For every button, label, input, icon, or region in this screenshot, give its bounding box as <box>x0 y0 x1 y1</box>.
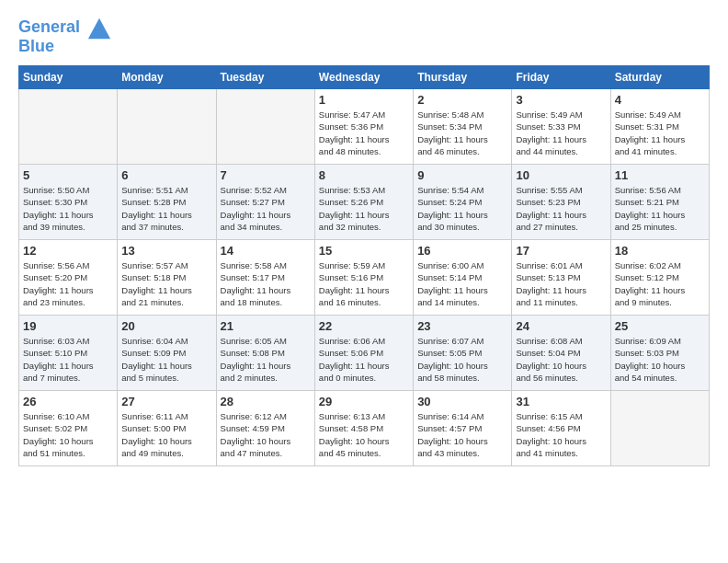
svg-marker-0 <box>88 18 110 39</box>
calendar-cell: 26Sunrise: 6:10 AM Sunset: 5:02 PM Dayli… <box>19 391 118 466</box>
day-info: Sunrise: 6:12 AM Sunset: 4:59 PM Dayligh… <box>221 410 311 459</box>
day-info: Sunrise: 6:10 AM Sunset: 5:02 PM Dayligh… <box>23 410 113 459</box>
weekday-header-thursday: Thursday <box>414 66 512 89</box>
day-info: Sunrise: 5:53 AM Sunset: 5:26 PM Dayligh… <box>319 184 409 233</box>
weekday-header-sunday: Sunday <box>19 66 118 89</box>
calendar-cell: 13Sunrise: 5:57 AM Sunset: 5:18 PM Dayli… <box>118 240 216 316</box>
calendar-cell: 22Sunrise: 6:06 AM Sunset: 5:06 PM Dayli… <box>314 316 413 391</box>
weekday-header-tuesday: Tuesday <box>216 66 314 89</box>
day-info: Sunrise: 6:06 AM Sunset: 5:06 PM Dayligh… <box>319 335 409 384</box>
calendar-cell: 29Sunrise: 6:13 AM Sunset: 4:58 PM Dayli… <box>314 391 413 466</box>
day-number: 5 <box>23 168 113 182</box>
calendar-cell: 14Sunrise: 5:58 AM Sunset: 5:17 PM Dayli… <box>216 240 314 316</box>
calendar-cell <box>19 89 118 165</box>
calendar-cell: 16Sunrise: 6:00 AM Sunset: 5:14 PM Dayli… <box>414 240 512 316</box>
day-number: 2 <box>417 93 507 107</box>
weekday-header-saturday: Saturday <box>610 66 709 89</box>
calendar-cell: 30Sunrise: 6:14 AM Sunset: 4:57 PM Dayli… <box>414 391 512 466</box>
day-number: 26 <box>23 395 113 408</box>
calendar-cell: 21Sunrise: 6:05 AM Sunset: 5:08 PM Dayli… <box>216 316 314 391</box>
day-number: 27 <box>121 395 211 408</box>
day-info: Sunrise: 5:51 AM Sunset: 5:28 PM Dayligh… <box>121 184 211 233</box>
day-number: 1 <box>319 93 409 107</box>
week-row-4: 19Sunrise: 6:03 AM Sunset: 5:10 PM Dayli… <box>19 316 710 391</box>
day-number: 25 <box>615 319 705 333</box>
day-info: Sunrise: 6:08 AM Sunset: 5:04 PM Dayligh… <box>516 335 606 384</box>
day-number: 29 <box>319 395 409 408</box>
calendar-cell <box>216 89 314 165</box>
week-row-3: 12Sunrise: 5:56 AM Sunset: 5:20 PM Dayli… <box>19 240 710 316</box>
day-info: Sunrise: 5:59 AM Sunset: 5:16 PM Dayligh… <box>319 259 409 308</box>
week-row-1: 1Sunrise: 5:47 AM Sunset: 5:36 PM Daylig… <box>19 89 710 165</box>
day-number: 14 <box>221 244 311 258</box>
day-info: Sunrise: 6:02 AM Sunset: 5:12 PM Dayligh… <box>615 259 705 308</box>
calendar-cell <box>610 391 709 466</box>
day-info: Sunrise: 6:04 AM Sunset: 5:09 PM Dayligh… <box>121 335 211 384</box>
day-number: 17 <box>516 244 606 258</box>
calendar-cell: 28Sunrise: 6:12 AM Sunset: 4:59 PM Dayli… <box>216 391 314 466</box>
day-info: Sunrise: 6:05 AM Sunset: 5:08 PM Dayligh… <box>221 335 311 384</box>
day-info: Sunrise: 5:56 AM Sunset: 5:21 PM Dayligh… <box>615 184 705 233</box>
day-number: 4 <box>615 93 705 107</box>
calendar-cell: 4Sunrise: 5:49 AM Sunset: 5:31 PM Daylig… <box>610 89 709 165</box>
calendar-cell: 12Sunrise: 5:56 AM Sunset: 5:20 PM Dayli… <box>19 240 118 316</box>
day-info: Sunrise: 5:55 AM Sunset: 5:23 PM Dayligh… <box>516 184 606 233</box>
day-number: 20 <box>121 319 211 333</box>
day-info: Sunrise: 5:58 AM Sunset: 5:17 PM Dayligh… <box>221 259 311 308</box>
day-info: Sunrise: 5:52 AM Sunset: 5:27 PM Dayligh… <box>221 184 311 233</box>
day-number: 7 <box>221 168 311 182</box>
day-info: Sunrise: 6:01 AM Sunset: 5:13 PM Dayligh… <box>516 259 606 308</box>
day-number: 31 <box>516 395 606 408</box>
calendar-cell: 7Sunrise: 5:52 AM Sunset: 5:27 PM Daylig… <box>216 165 314 240</box>
week-row-2: 5Sunrise: 5:50 AM Sunset: 5:30 PM Daylig… <box>19 165 710 240</box>
day-number: 16 <box>417 244 507 258</box>
calendar-cell: 17Sunrise: 6:01 AM Sunset: 5:13 PM Dayli… <box>512 240 610 316</box>
day-info: Sunrise: 6:07 AM Sunset: 5:05 PM Dayligh… <box>417 335 507 384</box>
calendar-cell: 25Sunrise: 6:09 AM Sunset: 5:03 PM Dayli… <box>610 316 709 391</box>
weekday-header-monday: Monday <box>118 66 216 89</box>
day-info: Sunrise: 6:13 AM Sunset: 4:58 PM Dayligh… <box>319 410 409 459</box>
calendar-cell: 5Sunrise: 5:50 AM Sunset: 5:30 PM Daylig… <box>19 165 118 240</box>
calendar-cell: 31Sunrise: 6:15 AM Sunset: 4:56 PM Dayli… <box>512 391 610 466</box>
calendar-cell: 15Sunrise: 5:59 AM Sunset: 5:16 PM Dayli… <box>314 240 413 316</box>
day-info: Sunrise: 6:15 AM Sunset: 4:56 PM Dayligh… <box>516 410 606 459</box>
day-info: Sunrise: 6:00 AM Sunset: 5:14 PM Dayligh… <box>417 259 507 308</box>
day-number: 24 <box>516 319 606 333</box>
day-number: 28 <box>221 395 311 408</box>
day-number: 22 <box>319 319 409 333</box>
day-number: 12 <box>23 244 113 258</box>
day-number: 11 <box>615 168 705 182</box>
day-info: Sunrise: 6:03 AM Sunset: 5:10 PM Dayligh… <box>23 335 113 384</box>
calendar-cell: 24Sunrise: 6:08 AM Sunset: 5:04 PM Dayli… <box>512 316 610 391</box>
day-info: Sunrise: 5:50 AM Sunset: 5:30 PM Dayligh… <box>23 184 113 233</box>
calendar-table: SundayMondayTuesdayWednesdayThursdayFrid… <box>18 65 710 466</box>
day-number: 9 <box>417 168 507 182</box>
calendar-cell: 20Sunrise: 6:04 AM Sunset: 5:09 PM Dayli… <box>118 316 216 391</box>
day-number: 8 <box>319 168 409 182</box>
day-number: 15 <box>319 244 409 258</box>
calendar-cell: 2Sunrise: 5:48 AM Sunset: 5:34 PM Daylig… <box>414 89 512 165</box>
weekday-header-wednesday: Wednesday <box>314 66 413 89</box>
calendar-cell: 3Sunrise: 5:49 AM Sunset: 5:33 PM Daylig… <box>512 89 610 165</box>
day-info: Sunrise: 5:57 AM Sunset: 5:18 PM Dayligh… <box>121 259 211 308</box>
day-info: Sunrise: 5:54 AM Sunset: 5:24 PM Dayligh… <box>417 184 507 233</box>
calendar-cell: 11Sunrise: 5:56 AM Sunset: 5:21 PM Dayli… <box>610 165 709 240</box>
logo-general: General <box>18 17 80 36</box>
day-number: 21 <box>221 319 311 333</box>
day-info: Sunrise: 5:49 AM Sunset: 5:33 PM Dayligh… <box>516 109 606 157</box>
day-info: Sunrise: 6:09 AM Sunset: 5:03 PM Dayligh… <box>615 335 705 384</box>
calendar-cell: 9Sunrise: 5:54 AM Sunset: 5:24 PM Daylig… <box>414 165 512 240</box>
day-number: 3 <box>516 93 606 107</box>
day-info: Sunrise: 5:48 AM Sunset: 5:34 PM Dayligh… <box>417 109 507 157</box>
day-number: 23 <box>417 319 507 333</box>
day-number: 18 <box>615 244 705 258</box>
week-row-5: 26Sunrise: 6:10 AM Sunset: 5:02 PM Dayli… <box>19 391 710 466</box>
day-number: 6 <box>121 168 211 182</box>
calendar-cell: 18Sunrise: 6:02 AM Sunset: 5:12 PM Dayli… <box>610 240 709 316</box>
day-number: 19 <box>23 319 113 333</box>
calendar-cell: 27Sunrise: 6:11 AM Sunset: 5:00 PM Dayli… <box>118 391 216 466</box>
calendar-cell <box>118 89 216 165</box>
logo: General Blue <box>18 15 112 56</box>
day-info: Sunrise: 5:47 AM Sunset: 5:36 PM Dayligh… <box>319 109 409 157</box>
calendar-cell: 1Sunrise: 5:47 AM Sunset: 5:36 PM Daylig… <box>314 89 413 165</box>
